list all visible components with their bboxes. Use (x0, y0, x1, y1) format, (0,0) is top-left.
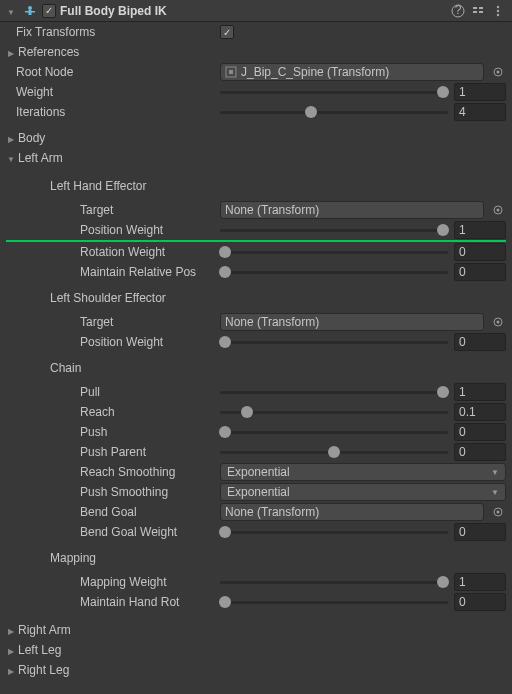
left-arm-foldout[interactable]: Left Arm (0, 148, 512, 168)
iterations-row: Iterations 4 (0, 102, 512, 122)
lhe-rotation-weight-row: Rotation Weight 0 (0, 242, 512, 262)
foldout-icon (6, 623, 16, 637)
chain-push-smoothing-row: Push Smoothing Exponential▼ (0, 482, 512, 502)
lse-position-weight-field[interactable]: 0 (454, 333, 506, 351)
lhe-maintain-row: Maintain Relative Pos 0 (0, 262, 512, 282)
chain-bend-goal-field[interactable]: None (Transform) (220, 503, 484, 521)
chain-reach-smoothing-dropdown[interactable]: Exponential▼ (220, 463, 506, 481)
foldout-icon (6, 45, 16, 59)
chain-bend-goal-weight-field[interactable]: 0 (454, 523, 506, 541)
lse-position-weight-slider[interactable] (220, 333, 448, 351)
svg-rect-5 (473, 7, 477, 9)
body-foldout[interactable]: Body (0, 128, 512, 148)
lhe-maintain-field[interactable]: 0 (454, 263, 506, 281)
enable-checkbox[interactable] (42, 4, 56, 18)
chain-header: Chain (0, 358, 512, 378)
svg-rect-6 (479, 7, 483, 9)
mapping-weight-row: Mapping Weight 1 (0, 572, 512, 592)
foldout-icon (6, 131, 16, 145)
svg-point-16 (497, 209, 500, 212)
chain-push-field[interactable]: 0 (454, 423, 506, 441)
help-icon[interactable]: ? (450, 3, 466, 19)
chain-pull-slider[interactable] (220, 383, 448, 401)
lhe-position-weight-field[interactable]: 1 (454, 221, 506, 239)
lhe-rotation-weight-slider[interactable] (220, 243, 448, 261)
preset-icon[interactable] (470, 3, 486, 19)
svg-text:?: ? (455, 4, 462, 17)
mapping-weight-slider[interactable] (220, 573, 448, 591)
maintain-hand-rot-field[interactable]: 0 (454, 593, 506, 611)
svg-rect-2 (25, 11, 35, 13)
chevron-down-icon: ▼ (491, 488, 499, 497)
references-foldout[interactable]: References (0, 42, 512, 62)
weight-row: Weight 1 (0, 82, 512, 102)
menu-icon[interactable] (490, 3, 506, 19)
root-node-label: Root Node (16, 65, 220, 79)
svg-point-18 (497, 321, 500, 324)
lse-position-weight-row: Position Weight 0 (0, 332, 512, 352)
right-leg-foldout[interactable]: Right Leg (0, 660, 512, 680)
chain-bend-goal-row: Bend Goal None (Transform) (0, 502, 512, 522)
lse-target-field[interactable]: None (Transform) (220, 313, 484, 331)
svg-point-14 (497, 71, 500, 74)
chain-reach-slider[interactable] (220, 403, 448, 421)
chain-push-parent-slider[interactable] (220, 443, 448, 461)
chain-bend-goal-weight-row: Bend Goal Weight 0 (0, 522, 512, 542)
iterations-slider[interactable] (220, 103, 448, 121)
chain-push-parent-field[interactable]: 0 (454, 443, 506, 461)
left-shoulder-effector-header: Left Shoulder Effector (0, 288, 512, 308)
maintain-hand-rot-slider[interactable] (220, 593, 448, 611)
chain-push-row: Push 0 (0, 422, 512, 442)
object-picker-icon[interactable] (490, 64, 506, 80)
component-icon (22, 3, 38, 19)
left-leg-foldout[interactable]: Left Leg (0, 640, 512, 660)
lse-target-row: Target None (Transform) (0, 312, 512, 332)
lhe-position-weight-slider[interactable] (220, 221, 448, 239)
svg-point-20 (497, 511, 500, 514)
weight-field[interactable]: 1 (454, 83, 506, 101)
root-node-field[interactable]: J_Bip_C_Spine (Transform) (220, 63, 484, 81)
lhe-target-field[interactable]: None (Transform) (220, 201, 484, 219)
mapping-header: Mapping (0, 548, 512, 568)
chain-push-slider[interactable] (220, 423, 448, 441)
root-node-row: Root Node J_Bip_C_Spine (Transform) (0, 62, 512, 82)
chain-reach-row: Reach 0.1 (0, 402, 512, 422)
fix-transforms-checkbox[interactable] (220, 25, 234, 39)
object-picker-icon[interactable] (490, 202, 506, 218)
references-label: References (18, 45, 79, 59)
svg-point-11 (497, 13, 499, 15)
left-hand-effector-header: Left Hand Effector (0, 176, 512, 196)
lhe-maintain-slider[interactable] (220, 263, 448, 281)
component-title: Full Body Biped IK (60, 4, 446, 18)
mapping-weight-field[interactable]: 1 (454, 573, 506, 591)
chain-pull-field[interactable]: 1 (454, 383, 506, 401)
chain-pull-row: Pull 1 (0, 382, 512, 402)
right-arm-foldout[interactable]: Right Arm (0, 620, 512, 640)
svg-point-0 (28, 6, 32, 10)
chain-reach-smoothing-row: Reach Smoothing Exponential▼ (0, 462, 512, 482)
lhe-target-row: Target None (Transform) (0, 200, 512, 220)
chain-push-smoothing-dropdown[interactable]: Exponential▼ (220, 483, 506, 501)
fix-transforms-label: Fix Transforms (16, 25, 220, 39)
svg-point-9 (497, 5, 499, 7)
chevron-down-icon: ▼ (491, 468, 499, 477)
component-header: Full Body Biped IK ? (0, 0, 512, 22)
iterations-field[interactable]: 4 (454, 103, 506, 121)
foldout-icon (6, 643, 16, 657)
object-picker-icon[interactable] (490, 314, 506, 330)
foldout-icon[interactable] (6, 4, 16, 18)
chain-push-parent-row: Push Parent 0 (0, 442, 512, 462)
maintain-hand-rot-row: Maintain Hand Rot 0 (0, 592, 512, 612)
chain-reach-field[interactable]: 0.1 (454, 403, 506, 421)
foldout-icon (6, 663, 16, 677)
weight-slider[interactable] (220, 83, 448, 101)
svg-rect-8 (479, 11, 483, 13)
lhe-rotation-weight-field[interactable]: 0 (454, 243, 506, 261)
object-picker-icon[interactable] (490, 504, 506, 520)
weight-label: Weight (16, 85, 220, 99)
foldout-icon (6, 151, 16, 165)
fix-transforms-row: Fix Transforms (0, 22, 512, 42)
transform-icon (225, 66, 237, 78)
chain-bend-goal-weight-slider[interactable] (220, 523, 448, 541)
svg-point-10 (497, 9, 499, 11)
